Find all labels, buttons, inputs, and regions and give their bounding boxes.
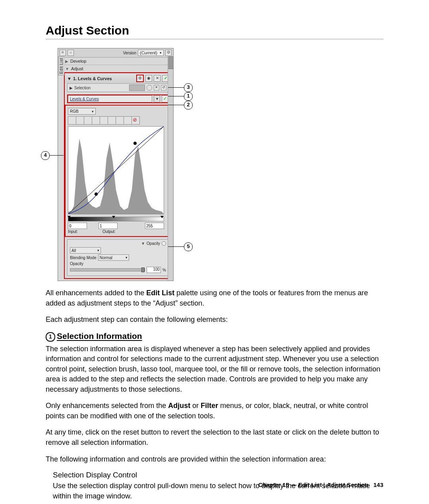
callout-1: 1 [184, 92, 193, 101]
edit-list-panel: Edit List ≡ ☼ Version (Current) ▾ ⚙ ▶ [58, 48, 174, 281]
version-value: (Current) [140, 50, 157, 55]
callout-4: 4 [41, 151, 50, 160]
title-rule [46, 39, 383, 39]
cancel-icon[interactable] [132, 116, 140, 125]
levels-curves-select[interactable]: Levels & Curves ▾ ✓ [67, 94, 169, 103]
step-title: 1. Levels & Curves [73, 76, 135, 81]
opacity-slider[interactable] [70, 268, 145, 271]
edit-list-tab[interactable]: Edit List [58, 56, 64, 75]
step-visibility-button[interactable] [145, 75, 152, 82]
opacity-value[interactable]: 100 [147, 267, 161, 273]
page-title: Adjust Section [46, 24, 383, 37]
opacity-channel-value: All [72, 248, 76, 253]
paragraph-6: The following information and controls a… [46, 454, 383, 465]
svg-marker-0 [68, 139, 164, 214]
selection-display-dropdown[interactable] [129, 85, 145, 91]
triangle-right-icon: ▶ [65, 59, 68, 63]
callout-5: 5 [184, 242, 193, 251]
opacity-slider-handle[interactable] [141, 267, 145, 272]
opacity-radio[interactable] [162, 241, 166, 246]
black-point-tool-icon[interactable] [76, 116, 84, 125]
adjust-panel-figure: Edit List ≡ ☼ Version (Current) ▾ ⚙ ▶ [58, 48, 193, 281]
scrollbar-thumb[interactable] [168, 56, 174, 69]
paragraph-4: Only enhancements selected from the Adju… [46, 401, 383, 421]
heading-number: 1 [46, 332, 55, 342]
white-point-handle[interactable] [160, 216, 164, 218]
selection-display-control-heading: Selection Display Control [53, 471, 383, 479]
input-label: Input: [68, 229, 78, 234]
selection-delete-button[interactable] [154, 85, 159, 90]
svg-point-3 [133, 142, 137, 145]
triangle-down-icon: ▼ [141, 241, 145, 246]
scrollbar[interactable] [168, 56, 173, 281]
blending-mode-label: Blending Mode [70, 256, 97, 260]
svg-point-2 [95, 192, 98, 196]
black-point-handle[interactable] [68, 216, 71, 218]
pencil-icon[interactable] [124, 116, 132, 125]
adjust-row[interactable]: ▼ Adjust [63, 65, 173, 72]
opacity-channel-dropdown[interactable]: All ▾ [70, 247, 101, 254]
opacity-label: Opacity [70, 262, 83, 266]
chevron-down-icon: ▾ [92, 110, 94, 113]
output-label: Output: [102, 229, 116, 234]
chevron-down-icon: ▾ [126, 256, 128, 260]
panel-topbar: ≡ ☼ Version (Current) ▾ ⚙ [58, 48, 173, 58]
step-delete-button[interactable] [154, 75, 160, 82]
develop-row[interactable]: ▶ Develop [63, 58, 173, 65]
levels-dd-value: Levels & Curves [68, 95, 152, 102]
triangle-down-icon: ▼ [65, 67, 69, 71]
input-value-field[interactable] [68, 223, 87, 229]
curves-area: RGB ▾ [65, 105, 171, 237]
selection-label: Selection [74, 86, 128, 90]
chevron-down-icon: ▾ [97, 248, 99, 252]
opacity-section: ▼ Opacity All ▾ Blend [67, 239, 169, 276]
version-label: Version [123, 51, 136, 55]
histogram[interactable] [68, 126, 164, 214]
paragraph-5: At any time, click on the reset button t… [46, 427, 383, 448]
version-dropdown[interactable]: (Current) ▾ [138, 50, 164, 56]
opacity-unit: % [162, 268, 166, 272]
triangle-right-icon: ▶ [70, 86, 73, 90]
paragraph-3: The selection information area is displa… [46, 344, 383, 395]
selection-eye-button[interactable] [147, 85, 152, 90]
callout-3: 3 [184, 83, 193, 92]
blending-mode-value: Normal [100, 256, 112, 260]
paragraph-1: All enhancements added to the Edit List … [46, 288, 383, 308]
blending-mode-dropdown[interactable]: Normal ▾ [98, 254, 129, 261]
selection-reset-button[interactable]: ↺ [161, 85, 166, 90]
step-settings-button[interactable] [136, 75, 144, 82]
mid-value-field[interactable] [99, 223, 118, 229]
selection-info: ▶ Selection ↺ [67, 83, 169, 92]
menu-icon[interactable]: ≡ [60, 50, 66, 56]
curves-tools [68, 116, 168, 125]
step-header[interactable]: ▼ 1. Levels & Curves [65, 73, 171, 83]
gear-icon[interactable]: ⚙ [165, 50, 172, 56]
develop-label: Develop [70, 59, 171, 63]
histogram-tool-icon[interactable] [68, 116, 76, 125]
selection-information-heading: 1Selection Information [46, 331, 383, 342]
output-value-field[interactable] [145, 223, 164, 229]
page-footer: Chapter 15 — Edit List | Adjust Section … [258, 481, 383, 488]
anchor-icon[interactable] [108, 116, 116, 125]
sun-icon[interactable]: ☼ [68, 50, 74, 56]
paragraph-2: Each adjustment step can contain the fol… [46, 315, 383, 325]
line-icon[interactable] [116, 116, 124, 125]
eyedropper-icon[interactable] [84, 116, 92, 125]
opacity-header-label: Opacity [147, 241, 160, 246]
callout-2: 2 [184, 101, 193, 110]
channel-value: RGB [70, 109, 79, 113]
adjust-label: Adjust [71, 66, 171, 71]
chevron-down-icon: ▾ [160, 51, 162, 54]
levels-apply-button[interactable]: ✓ [162, 95, 168, 102]
mid-point-handle[interactable] [112, 216, 115, 218]
triangle-down-icon: ▼ [67, 76, 72, 81]
eyedropper-black-icon[interactable] [92, 116, 100, 125]
chevron-down-icon: ▾ [154, 95, 160, 102]
black-white-slider[interactable] [68, 217, 164, 221]
eyedropper-white-icon[interactable] [100, 116, 108, 125]
channel-dropdown[interactable]: RGB ▾ [68, 108, 96, 115]
